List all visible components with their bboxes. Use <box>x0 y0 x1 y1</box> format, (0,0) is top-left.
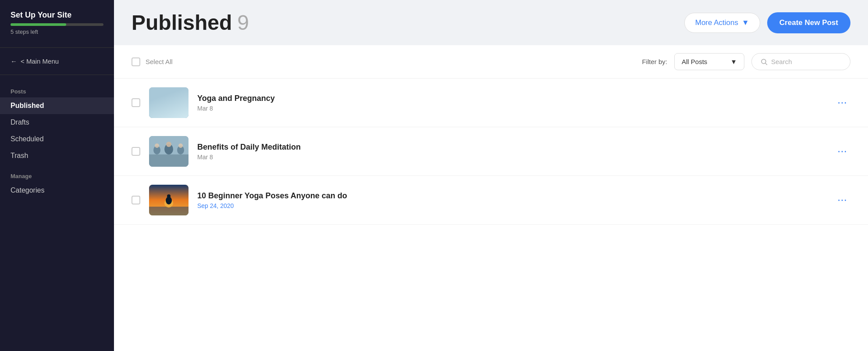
sidebar-item-drafts[interactable]: Drafts <box>0 114 114 131</box>
main-menu-link[interactable]: ← < Main Menu <box>0 53 114 69</box>
filter-select[interactable]: All Posts ▼ <box>674 53 744 70</box>
page-title: Published 9 <box>132 11 249 35</box>
back-icon: ← <box>11 57 17 65</box>
post-title: Benefits of Daily Meditation <box>197 143 825 152</box>
main-content: Published 9 More Actions ▼ Create New Po… <box>114 0 868 351</box>
post-thumbnail <box>149 136 189 167</box>
post-date: Mar 8 <box>197 154 825 161</box>
table-row: Yoga and Pregnancy Mar 8 ⋯ <box>114 79 868 127</box>
post-checkbox[interactable] <box>132 147 140 156</box>
progress-bar-fill <box>11 23 66 26</box>
thumbnail-yoga-pregnancy <box>149 87 189 118</box>
svg-point-22 <box>167 194 171 198</box>
post-checkbox[interactable] <box>132 98 140 107</box>
svg-rect-7 <box>153 107 161 108</box>
topbar-actions: More Actions ▼ Create New Post <box>684 12 850 33</box>
filter-right: Filter by: All Posts ▼ <box>642 53 850 70</box>
post-thumbnail <box>149 185 189 215</box>
main-menu-label: < Main Menu <box>21 57 59 65</box>
post-list: Yoga and Pregnancy Mar 8 ⋯ <box>114 79 868 225</box>
filter-option-label: All Posts <box>682 58 707 65</box>
table-row: Benefits of Daily Meditation Mar 8 ⋯ <box>114 127 868 176</box>
more-actions-button[interactable]: More Actions ▼ <box>684 13 760 33</box>
svg-rect-9 <box>176 107 184 108</box>
svg-rect-19 <box>149 207 189 215</box>
steps-left-label: 5 steps left <box>11 29 103 35</box>
thumbnail-meditation <box>149 136 189 167</box>
sidebar-setup-title: Set Up Your Site <box>11 11 103 20</box>
posts-section-label: Posts <box>0 80 114 97</box>
svg-point-4 <box>155 97 160 104</box>
progress-bar-background <box>11 23 103 26</box>
post-checkbox[interactable] <box>132 196 140 204</box>
svg-rect-8 <box>165 107 173 108</box>
svg-line-1 <box>765 63 767 65</box>
chevron-down-icon: ▼ <box>742 18 749 27</box>
post-info: Yoga and Pregnancy Mar 8 <box>197 94 825 112</box>
post-title: 10 Beginner Yoga Poses Anyone can do <box>197 191 825 201</box>
svg-point-16 <box>166 142 171 147</box>
svg-rect-3 <box>149 107 189 118</box>
more-actions-label: More Actions <box>695 18 738 27</box>
select-all-label[interactable]: Select All <box>146 58 173 65</box>
filter-bar: Select All Filter by: All Posts ▼ <box>114 45 868 79</box>
post-thumbnail <box>149 87 189 118</box>
svg-rect-11 <box>149 154 189 167</box>
sidebar-header: Set Up Your Site 5 steps left <box>0 0 114 42</box>
sidebar-divider-top <box>0 47 114 48</box>
svg-point-15 <box>155 143 159 148</box>
post-more-options-button[interactable]: ⋯ <box>834 193 850 207</box>
thumbnail-beginner-yoga <box>149 185 189 215</box>
svg-point-5 <box>166 96 172 104</box>
post-more-options-button[interactable]: ⋯ <box>834 96 850 109</box>
sidebar-item-scheduled[interactable]: Scheduled <box>0 131 114 147</box>
filter-by-label: Filter by: <box>642 58 667 65</box>
search-input-container <box>751 53 850 70</box>
filter-chevron-icon: ▼ <box>730 58 737 65</box>
post-more-options-button[interactable]: ⋯ <box>834 145 850 158</box>
svg-rect-2 <box>149 87 189 118</box>
sidebar-item-categories[interactable]: Categories <box>0 182 114 199</box>
post-info: 10 Beginner Yoga Poses Anyone can do Sep… <box>197 191 825 209</box>
svg-point-17 <box>178 143 183 148</box>
sidebar: Set Up Your Site 5 steps left ← < Main M… <box>0 0 114 351</box>
content-area: Select All Filter by: All Posts ▼ <box>114 45 868 351</box>
svg-point-6 <box>177 97 182 104</box>
search-input[interactable] <box>771 58 841 65</box>
table-row: 10 Beginner Yoga Poses Anyone can do Sep… <box>114 176 868 225</box>
post-info: Benefits of Daily Meditation Mar 8 <box>197 143 825 161</box>
sidebar-item-trash[interactable]: Trash <box>0 147 114 164</box>
page-title-text: Published <box>132 11 232 35</box>
select-all-container: Select All <box>132 57 173 66</box>
post-title: Yoga and Pregnancy <box>197 94 825 103</box>
manage-section-label: Manage <box>0 164 114 182</box>
create-post-label: Create New Post <box>779 18 838 27</box>
search-icon <box>761 58 768 65</box>
select-all-checkbox[interactable] <box>132 57 140 66</box>
create-post-button[interactable]: Create New Post <box>767 12 850 33</box>
page-title-count: 9 <box>237 11 249 35</box>
post-date: Sep 24, 2020 <box>197 202 825 209</box>
topbar: Published 9 More Actions ▼ Create New Po… <box>114 0 868 45</box>
sidebar-item-published[interactable]: Published <box>0 97 114 114</box>
post-date: Mar 8 <box>197 105 825 112</box>
sidebar-divider-mid <box>0 75 114 75</box>
